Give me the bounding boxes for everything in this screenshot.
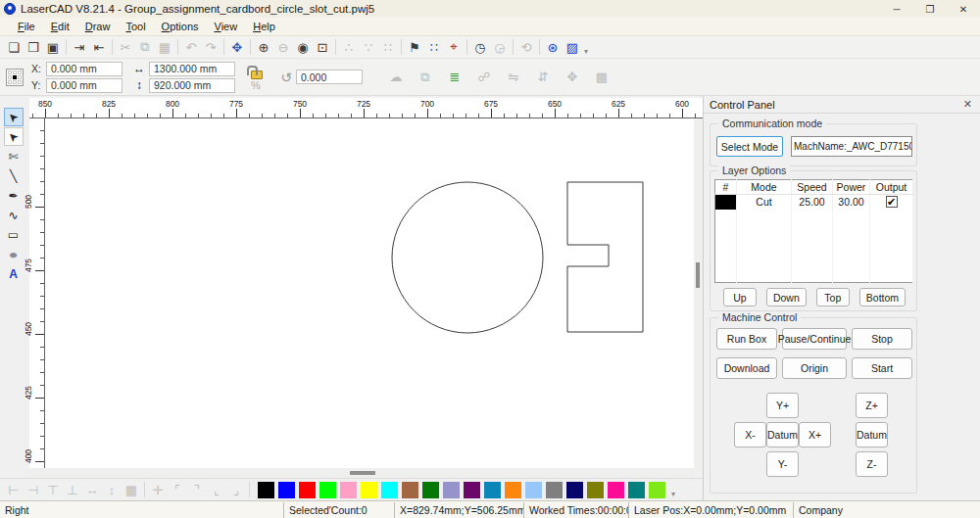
- download-button[interactable]: Download: [716, 357, 777, 379]
- layer-row[interactable]: Cut25.0030.00✔: [715, 195, 913, 210]
- palette-color-swatch[interactable]: [566, 482, 583, 498]
- ellipse-tool-icon[interactable]: ●: [4, 245, 24, 263]
- pick-flag-icon[interactable]: ⚑: [405, 37, 424, 57]
- machine-name-dropdown[interactable]: MachName:_AWC_D7715035 ⌄: [791, 136, 912, 157]
- palette-color-swatch[interactable]: [340, 482, 357, 498]
- measure-pick-icon[interactable]: ⌖: [444, 37, 464, 57]
- palette-more-icon[interactable]: ▾: [671, 490, 675, 500]
- palette-color-swatch[interactable]: [484, 482, 501, 498]
- select-mode-button[interactable]: Select Mode: [716, 136, 783, 157]
- import-icon[interactable]: ⇥: [70, 37, 89, 57]
- palette-color-swatch[interactable]: [361, 482, 377, 498]
- palette-color-swatch[interactable]: [258, 482, 274, 498]
- jog-z-minus-button[interactable]: Z-: [856, 451, 888, 477]
- network-machine-icon[interactable]: ⊛: [543, 37, 563, 57]
- layer-row-empty[interactable]: [715, 224, 913, 239]
- toolbar-more-icon[interactable]: ▾: [584, 47, 588, 58]
- open-file-icon[interactable]: ❒: [24, 37, 43, 57]
- vertical-scrollbar[interactable]: [694, 118, 703, 468]
- text-tool-icon[interactable]: A: [4, 264, 24, 283]
- zoom-in-icon[interactable]: ⊕: [254, 37, 273, 57]
- horizontal-scrollbar[interactable]: [29, 468, 694, 478]
- layer-bottom-button[interactable]: Bottom: [859, 288, 906, 306]
- layer-row-empty[interactable]: [715, 239, 913, 254]
- slotted-rectangle-shape[interactable]: [567, 182, 643, 332]
- jog-z-plus-button[interactable]: Z+: [856, 393, 888, 418]
- run-box-button[interactable]: Run Box: [716, 328, 777, 350]
- rotate-angle-input[interactable]: [296, 70, 363, 84]
- circle-shape[interactable]: [392, 182, 543, 333]
- menu-edit[interactable]: Edit: [43, 19, 77, 34]
- palette-color-swatch[interactable]: [464, 482, 480, 498]
- line-tool-icon[interactable]: ╲: [4, 166, 24, 185]
- y-position-input[interactable]: [46, 78, 122, 93]
- start-button[interactable]: Start: [852, 357, 912, 379]
- select-tool-icon[interactable]: ➤: [4, 108, 24, 126]
- bezier-tool-icon[interactable]: ∿: [4, 206, 24, 224]
- palette-color-swatch[interactable]: [649, 482, 665, 498]
- save-file-icon[interactable]: ▣: [43, 37, 63, 57]
- menu-view[interactable]: View: [207, 19, 246, 34]
- layer-row-empty[interactable]: [715, 210, 913, 224]
- rectangle-tool-icon[interactable]: ▭: [4, 225, 24, 244]
- jog-datum-xy-button[interactable]: Datum: [766, 422, 799, 447]
- menu-file[interactable]: File: [10, 19, 43, 34]
- array-copy-icon[interactable]: ∷: [424, 37, 444, 57]
- layer-top-button[interactable]: Top: [816, 288, 850, 306]
- anchor-point-widget[interactable]: [6, 69, 24, 86]
- menu-options[interactable]: Options: [154, 19, 207, 34]
- move-to-layer-icon[interactable]: ≣: [445, 68, 465, 87]
- palette-color-swatch[interactable]: [546, 482, 563, 498]
- aspect-unlock-icon[interactable]: [251, 71, 263, 79]
- palette-color-swatch[interactable]: [587, 482, 604, 498]
- menu-draw[interactable]: Draw: [77, 19, 119, 34]
- jog-y-minus-button[interactable]: Y-: [766, 451, 799, 477]
- x-position-input[interactable]: [46, 62, 122, 76]
- palette-color-swatch[interactable]: [443, 482, 460, 498]
- vertical-scrollbar-thumb[interactable]: [696, 262, 700, 288]
- layer-down-button[interactable]: Down: [766, 288, 807, 306]
- palette-color-swatch[interactable]: [525, 482, 542, 498]
- layer-table[interactable]: # Mode Speed Power Output Cut25.0030.00✔: [714, 179, 913, 283]
- node-select-tool-icon[interactable]: ➤: [4, 127, 24, 146]
- pause-continue-button[interactable]: Pause/Continue: [782, 328, 847, 350]
- new-file-icon[interactable]: ❏: [4, 37, 24, 57]
- output-checkbox[interactable]: ✔: [886, 196, 898, 208]
- layer-row-empty[interactable]: [715, 268, 913, 283]
- palette-color-swatch[interactable]: [402, 482, 418, 498]
- drawing-canvas[interactable]: [45, 118, 694, 468]
- panel-close-icon[interactable]: ✕: [963, 98, 972, 111]
- layer-up-button[interactable]: Up: [723, 288, 757, 306]
- pen-tool-icon[interactable]: ✒: [4, 186, 24, 205]
- jog-y-plus-button[interactable]: Y+: [766, 393, 799, 418]
- palette-color-swatch[interactable]: [299, 482, 316, 498]
- palette-color-swatch[interactable]: [381, 482, 398, 498]
- palette-color-swatch[interactable]: [628, 482, 645, 498]
- knife-tool-icon[interactable]: ✄: [4, 147, 24, 165]
- stop-button[interactable]: Stop: [852, 328, 912, 350]
- width-input[interactable]: [149, 62, 235, 76]
- palette-color-swatch[interactable]: [319, 482, 336, 498]
- palette-color-swatch[interactable]: [278, 482, 295, 498]
- layer-row-empty[interactable]: [715, 254, 913, 268]
- zoom-page-icon[interactable]: ⊡: [313, 37, 332, 57]
- zoom-selected-icon[interactable]: ◉: [293, 37, 313, 57]
- height-input[interactable]: [149, 78, 235, 93]
- simulate-time-icon[interactable]: ◷: [470, 37, 490, 57]
- pan-hand-icon[interactable]: ✥: [227, 37, 247, 57]
- origin-button[interactable]: Origin: [782, 357, 847, 379]
- close-button[interactable]: ✕: [947, 0, 980, 18]
- palette-color-swatch[interactable]: [422, 482, 439, 498]
- jog-x-minus-button[interactable]: X-: [734, 422, 766, 447]
- layer-color-swatch[interactable]: [715, 195, 737, 210]
- horizontal-scrollbar-thumb[interactable]: [350, 471, 375, 475]
- restore-button[interactable]: ❐: [913, 0, 947, 18]
- menu-help[interactable]: Help: [245, 19, 283, 34]
- palette-color-swatch[interactable]: [608, 482, 624, 498]
- menu-tool[interactable]: Tool: [118, 19, 153, 34]
- display-screen-icon[interactable]: ▨: [563, 37, 582, 57]
- export-icon[interactable]: ⇤: [89, 37, 109, 57]
- jog-x-plus-button[interactable]: X+: [799, 422, 831, 447]
- palette-color-swatch[interactable]: [505, 482, 521, 498]
- jog-datum-z-button[interactable]: Datum: [856, 422, 888, 447]
